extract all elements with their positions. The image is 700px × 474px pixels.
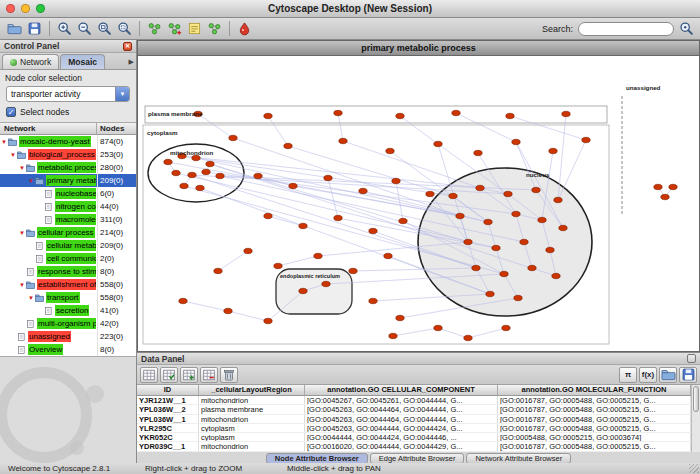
network-node[interactable] [502, 325, 510, 330]
network-node[interactable] [528, 265, 536, 270]
network-node[interactable] [396, 113, 404, 118]
expand-toggle-icon[interactable]: ▼ [18, 230, 26, 236]
network-node[interactable] [562, 111, 570, 116]
network-node[interactable] [546, 247, 554, 252]
data-panel-float-icon[interactable] [687, 354, 696, 363]
zoom-selected-icon[interactable] [95, 19, 114, 38]
search-input[interactable] [578, 22, 674, 36]
tree-item-biological-process[interactable]: ▼biological_process253(0) [0, 148, 136, 161]
window-close-button[interactable] [6, 4, 15, 13]
network-node[interactable] [339, 138, 347, 143]
network-node[interactable] [396, 315, 404, 320]
network-node[interactable] [322, 281, 330, 286]
table-cell[interactable]: plasma membrane [199, 405, 305, 413]
tab-node-attribute-browser[interactable]: Node Attribute Browser [266, 453, 368, 464]
table-cell[interactable]: [GO:0016020, GO:0044444, GO:0044429, G..… [305, 442, 498, 450]
network-edge[interactable] [468, 328, 506, 338]
table-cell[interactable]: [GO:0044444, GO:0044424, GO:0044446, ... [305, 433, 498, 441]
network-node[interactable] [582, 137, 590, 142]
network-node[interactable] [264, 113, 272, 118]
tab-mosaic[interactable]: Mosaic [60, 54, 105, 69]
table-cell[interactable]: [GO:0016787, GO:0005488, GO:0005215, G..… [498, 396, 691, 404]
network-node[interactable] [164, 159, 172, 164]
table-cell[interactable]: mitochondrion [199, 415, 305, 423]
tree-item-overview[interactable]: Overview8(0) [0, 343, 136, 356]
network-node[interactable] [289, 183, 297, 188]
table-cell[interactable]: mitochondrion [199, 442, 305, 450]
zoom-in-icon[interactable] [55, 19, 74, 38]
network-canvas[interactable]: plasma membranecytoplasmmitochondrionnuc… [138, 56, 699, 351]
table-row[interactable]: YLR295Ccytoplasm[GO:0045263, GO:0044444,… [137, 424, 700, 433]
tree-item-response-to-stimul[interactable]: response to stimul...8(0) [0, 265, 136, 278]
table-cell[interactable]: [GO:0016787, GO:0005488, GO:0005215, G..… [498, 405, 691, 413]
network-node[interactable] [669, 184, 677, 189]
table-cell[interactable]: [GO:0045263, GO:0044464, GO:0044444, G..… [305, 405, 498, 413]
import-attributes-icon[interactable] [659, 367, 677, 383]
network-overview-icon[interactable] [205, 19, 224, 38]
network-node[interactable] [179, 298, 187, 303]
table-cell[interactable]: [GO:0045263, GO:0044444, GO:0044424, G..… [305, 424, 498, 432]
network-node[interactable] [449, 193, 457, 198]
tree-item-cellular-metabo[interactable]: cellular metabo...209(0) [0, 239, 136, 252]
expand-toggle-icon[interactable]: ▼ [18, 282, 26, 288]
network-node[interactable] [244, 248, 252, 253]
network-node[interactable] [549, 148, 557, 153]
tree-item-secretion[interactable]: secretion41(0) [0, 304, 136, 317]
network-node[interactable] [334, 215, 342, 220]
table-cell[interactable]: [GO:0045263, GO:0044464, GO:0044444, G..… [305, 415, 498, 423]
network-node[interactable] [299, 223, 307, 228]
network-node[interactable] [349, 268, 357, 273]
table-cell[interactable]: [GO:0016787, GO:0005488, GO:0005215, G..… [498, 442, 691, 450]
column-header-annotation-go-molecular-function[interactable]: annotation.GO MOLECULAR_FUNCTION [498, 385, 691, 395]
save-session-icon[interactable] [25, 19, 44, 38]
network-node[interactable] [202, 169, 210, 174]
network-node[interactable] [474, 150, 482, 155]
network-edge[interactable] [268, 116, 288, 146]
table-cell[interactable]: mitochondrion [199, 396, 305, 404]
window-zoom-button[interactable] [36, 4, 45, 13]
network-edge[interactable] [558, 140, 586, 200]
annotation-icon[interactable] [185, 19, 204, 38]
network-node[interactable] [472, 265, 480, 270]
attribute-batch-editor-icon[interactable] [140, 367, 158, 383]
expand-toggle-icon[interactable]: ▼ [18, 165, 26, 171]
network-node[interactable] [426, 191, 434, 196]
network-edge[interactable] [183, 301, 228, 311]
table-cell[interactable]: YDR039C__1 [137, 442, 199, 450]
network-node[interactable] [192, 155, 200, 160]
network-node[interactable] [484, 219, 492, 224]
network-node[interactable] [196, 185, 204, 190]
tree-header-nodes[interactable]: Nodes [97, 123, 136, 134]
network-node[interactable] [386, 148, 394, 153]
network-node[interactable] [512, 211, 520, 216]
delete-attribute-icon[interactable] [200, 367, 218, 383]
select-attributes-icon[interactable] [160, 367, 178, 383]
table-cell[interactable]: YKR052C [137, 433, 199, 441]
expand-toggle-icon[interactable]: ▼ [0, 139, 8, 145]
network-node[interactable] [392, 178, 400, 183]
network-node[interactable] [532, 187, 540, 192]
network-node[interactable] [389, 333, 397, 338]
create-attribute-icon[interactable] [180, 367, 198, 383]
network-node[interactable] [264, 213, 272, 218]
scrollbar-thumb[interactable] [693, 386, 699, 412]
tree-item-nucleobase[interactable]: nucleobase...6(0) [0, 187, 136, 200]
network-edge[interactable] [218, 251, 248, 271]
network-node[interactable] [188, 172, 196, 177]
network-node[interactable] [180, 183, 188, 188]
network-node[interactable] [661, 194, 669, 199]
pi-function-icon[interactable]: π [619, 367, 637, 383]
network-node[interactable] [554, 197, 562, 202]
network-node[interactable] [552, 273, 560, 278]
delete-row-icon[interactable] [220, 367, 238, 383]
network-node[interactable] [229, 135, 237, 140]
network-node[interactable] [500, 271, 508, 276]
network-node[interactable] [284, 143, 292, 148]
resize-grip[interactable] [689, 464, 699, 473]
network-node[interactable] [314, 253, 322, 258]
network-view-title[interactable]: primary metabolic process [138, 41, 699, 56]
zoom-out-icon[interactable] [75, 19, 94, 38]
tree-item-multi-organism-pro[interactable]: multi-organism pro...42(0) [0, 317, 136, 330]
network-node[interactable] [369, 228, 377, 233]
table-cell[interactable]: cytoplasm [199, 424, 305, 432]
